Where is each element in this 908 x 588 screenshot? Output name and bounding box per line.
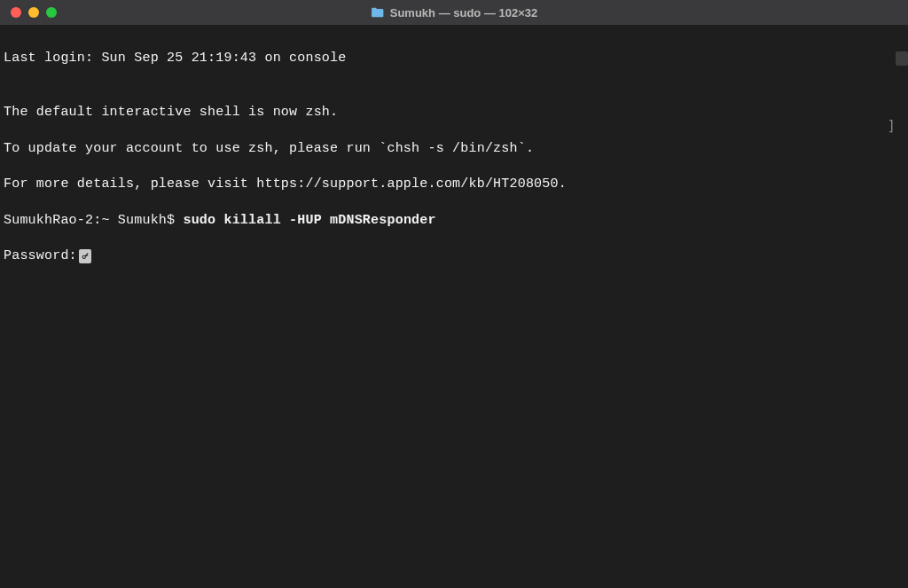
terminal-prompt-line: SumukhRao-2:~ Sumukh$ sudo killall -HUP … [4, 212, 904, 230]
window-title: Sumukh — sudo — 102×32 [371, 6, 538, 20]
window-titlebar: Sumukh — sudo — 102×32 [0, 0, 908, 25]
terminal-password-line: Password: [4, 247, 904, 265]
scrollbar-thumb[interactable] [896, 51, 908, 66]
zoom-button[interactable] [46, 7, 57, 18]
traffic-lights [11, 7, 57, 18]
key-icon [79, 249, 91, 263]
shell-prompt: SumukhRao-2:~ Sumukh$ [4, 213, 183, 228]
window-title-text: Sumukh — sudo — 102×32 [390, 6, 538, 20]
terminal-line-zsh1: The default interactive shell is now zsh… [4, 104, 904, 122]
terminal-line-zsh2: To update your account to use zsh, pleas… [4, 140, 904, 158]
folder-icon [371, 6, 385, 19]
minimize-button[interactable] [28, 7, 39, 18]
terminal-line-zsh3: For more details, please visit https://s… [4, 176, 904, 193]
shell-command: sudo killall -HUP mDNSResponder [183, 213, 435, 228]
close-button[interactable] [11, 7, 21, 18]
line-wrap-indicator: ] [888, 117, 896, 135]
password-label: Password: [4, 247, 77, 265]
terminal-line-last-login: Last login: Sun Sep 25 21:19:43 on conso… [4, 50, 904, 67]
terminal-body[interactable]: Last login: Sun Sep 25 21:19:43 on conso… [0, 25, 908, 588]
